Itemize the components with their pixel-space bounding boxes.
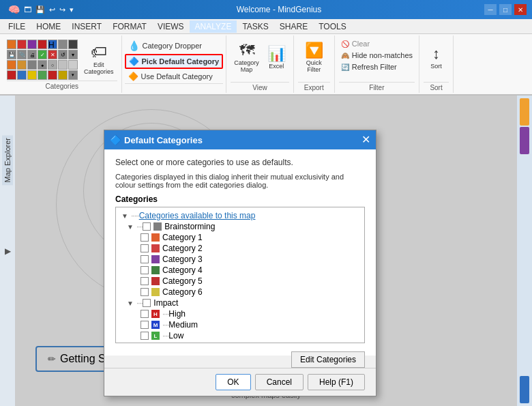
tree-color-cat1 [151, 233, 160, 242]
tree-high: H ···· High [119, 308, 361, 319]
color-swatch[interactable] [27, 60, 37, 70]
hide-non-matches-label: Hide non-matches [352, 51, 413, 59]
tree-label-medium: Medium [168, 320, 198, 330]
color-swatch[interactable]: ○ [48, 60, 57, 70]
menu-file[interactable]: FILE [3, 20, 31, 33]
close-button[interactable]: ✕ [514, 4, 527, 15]
color-swatch[interactable] [7, 70, 16, 80]
category-map-button[interactable]: 🗺 CategoryMap [231, 38, 263, 76]
menu-home[interactable]: HOME [31, 20, 66, 33]
menu-tasks[interactable]: TASKS [237, 20, 274, 33]
dialog-close-button[interactable]: ✕ [361, 134, 370, 145]
dialog-icon: 🔷 [110, 134, 121, 145]
tree-label-cat3: Category 3 [162, 255, 203, 264]
color-swatch[interactable] [68, 40, 78, 49]
color-swatch[interactable] [7, 40, 16, 49]
color-swatch[interactable]: ● [38, 60, 47, 70]
filter-section-label: Filter [339, 82, 415, 91]
clear-button[interactable]: 🚫 Clear [339, 38, 415, 49]
quick-filter-button[interactable]: 🔽 QuickFilter [301, 38, 327, 76]
tree-label-high: High [168, 309, 186, 319]
tree-checkbox-low[interactable] [141, 332, 149, 340]
left-sidebar[interactable]: ▶ [0, 96, 15, 406]
tree-label-cat2: Category 2 [162, 244, 203, 253]
ribbon: H 💾 📎 🖨 ✓ ✕ ↺ ▾ ● [0, 34, 532, 96]
excel-button[interactable]: 📊 Excel [264, 38, 289, 76]
color-swatch[interactable] [68, 60, 78, 70]
tree-category5: Category 5 [119, 276, 361, 287]
edit-categories-dialog-button[interactable]: Edit Categories [291, 351, 365, 368]
menu-format[interactable]: FORMAT [107, 20, 152, 33]
tree-checkbox-high[interactable] [141, 310, 149, 318]
tree-checkbox-cat1[interactable] [141, 233, 149, 242]
color-swatch[interactable] [58, 40, 68, 49]
color-swatch[interactable] [27, 70, 37, 80]
refresh-filter-label: Refresh Filter [352, 63, 397, 71]
color-swatch[interactable] [58, 60, 68, 70]
badge-medium: M [151, 321, 160, 329]
color-swatch[interactable]: 🖨 [27, 50, 37, 59]
color-swatch[interactable]: H [48, 40, 57, 49]
color-swatch[interactable]: ↺ [58, 50, 68, 59]
color-swatch[interactable]: ▾ [68, 50, 78, 59]
dialog-titlebar: 🔷 Default Categories ✕ [104, 130, 376, 149]
color-swatch[interactable]: 📎 [17, 50, 27, 59]
color-swatch[interactable] [7, 60, 16, 70]
tree-label-cat1: Category 1 [162, 233, 203, 242]
color-swatch[interactable] [48, 70, 57, 80]
color-swatch[interactable] [17, 70, 27, 80]
tree-category6: Category 6 [119, 287, 361, 298]
right-sidebar [517, 96, 532, 406]
edit-categories-button[interactable]: 🏷 EditCategories [80, 38, 117, 79]
tree-checkbox-impact[interactable] [143, 299, 151, 307]
tree-checkbox-cat4[interactable] [141, 266, 149, 274]
menu-insert[interactable]: INSERT [66, 20, 107, 33]
tree-brainstorming: ▼ ···· Brainstorming [119, 221, 361, 232]
refresh-filter-button[interactable]: 🔄 Refresh Filter [339, 61, 415, 72]
cancel-button[interactable]: Cancel [255, 374, 304, 390]
tree-color-cat3 [151, 255, 160, 263]
tree-label-impact: Impact [153, 298, 178, 308]
tree-checkbox-cat6[interactable] [141, 288, 149, 296]
use-default-category-button[interactable]: 🔶 Use Default Category [125, 70, 224, 83]
categories-section-label: Categories [7, 81, 117, 90]
tree-expand-impact[interactable]: ▼ [127, 300, 135, 307]
menu-share[interactable]: SHARE [274, 20, 313, 33]
categories-tree[interactable]: ▼ ····· Categories available to this map… [115, 207, 365, 343]
color-swatch[interactable]: 💾 [7, 50, 16, 59]
tree-checkbox-cat3[interactable] [141, 255, 149, 263]
tree-expand-difficulty[interactable]: ▼ [127, 343, 135, 344]
tree-checkbox-cat2[interactable] [141, 244, 149, 252]
color-swatch[interactable] [38, 70, 47, 80]
menu-analyze[interactable]: ANALYZE [190, 20, 237, 33]
tree-color-cat6 [151, 288, 160, 296]
color-swatch[interactable]: ▾ [68, 70, 78, 80]
ok-button[interactable]: OK [216, 374, 250, 390]
maximize-button[interactable]: □ [499, 4, 512, 15]
dialog-footer: OK Cancel Help (F1) [104, 368, 376, 396]
pick-default-category-button[interactable]: 🔷 Pick Default Category [125, 54, 224, 69]
color-swatch[interactable]: ✓ [38, 50, 47, 59]
color-swatch[interactable] [38, 40, 47, 49]
color-swatch[interactable] [27, 40, 37, 49]
tree-checkbox-brainstorming[interactable] [143, 222, 151, 231]
tree-checkbox-medium[interactable] [141, 321, 149, 329]
color-swatch[interactable]: ✕ [48, 50, 57, 59]
help-button[interactable]: Help (F1) [308, 374, 365, 390]
hide-non-matches-button[interactable]: 🙈 Hide non-matches [339, 50, 415, 61]
tree-expand-brainstorming[interactable]: ▼ [127, 223, 135, 231]
color-swatch[interactable] [58, 70, 68, 80]
menu-tools[interactable]: TOOLS [313, 20, 351, 33]
menu-views[interactable]: VIEWS [152, 20, 190, 33]
minimize-button[interactable]: ─ [484, 4, 497, 15]
tree-checkbox-cat5[interactable] [141, 277, 149, 285]
color-swatch[interactable] [17, 40, 27, 49]
sort-button[interactable]: ↕ Sort [427, 38, 445, 76]
ribbon-section-export: 🔽 QuickFilter Export [294, 35, 335, 93]
color-swatch[interactable] [17, 60, 27, 70]
tree-label-low: Low [168, 331, 183, 340]
category-dropper-button[interactable]: 💧 Category Dropper [125, 38, 224, 53]
tree-expand-root[interactable]: ▼ [121, 212, 130, 220]
tree-checkbox-difficulty[interactable] [143, 343, 151, 343]
tree-root-label: Categories available to this map [139, 211, 256, 220]
